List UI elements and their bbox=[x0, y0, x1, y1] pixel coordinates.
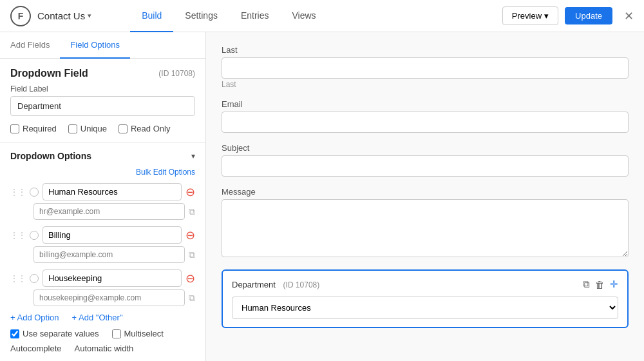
value-input-3[interactable] bbox=[33, 289, 185, 306]
dropdown-options-header: Dropdown Options ▾ bbox=[10, 151, 195, 161]
autocomplete-label: Autocomplete bbox=[10, 344, 62, 353]
last-checkboxes-row: Autocomplete Automatic width bbox=[10, 344, 195, 353]
form-last-sublabel: Last bbox=[222, 80, 629, 89]
option-input-3[interactable] bbox=[43, 269, 182, 287]
required-checkbox[interactable] bbox=[10, 124, 19, 133]
multiselect-checkbox[interactable] bbox=[112, 329, 121, 338]
nav-actions: Preview ▾ Update ✕ bbox=[502, 6, 634, 25]
form-last-group: Last Last bbox=[222, 45, 629, 89]
copy-icon-2[interactable]: ⧉ bbox=[189, 249, 195, 260]
form-message-textarea[interactable] bbox=[222, 199, 629, 257]
field-type-title: Dropdown Field bbox=[10, 68, 88, 79]
form-message-group: Message bbox=[222, 187, 629, 259]
form-email-input[interactable] bbox=[222, 112, 629, 133]
app-title-arrow: ▾ bbox=[88, 12, 91, 20]
tab-field-options[interactable]: Field Options bbox=[60, 32, 130, 59]
field-label-text: Field Label bbox=[10, 84, 195, 93]
dropdown-select[interactable]: Human Resources Billing Housekeeping bbox=[232, 297, 618, 319]
dropdown-card-actions: ⧉ 🗑 ✛ bbox=[583, 278, 618, 290]
automatic-width-label: Automatic width bbox=[75, 344, 134, 353]
required-label: Required bbox=[23, 124, 57, 133]
app-title-text: Contact Us bbox=[37, 10, 85, 21]
read-only-label: Read Only bbox=[131, 124, 170, 133]
unique-checkbox[interactable] bbox=[68, 124, 77, 133]
dropdown-card-header: Department (ID 10708) ⧉ 🗑 ✛ bbox=[232, 278, 618, 290]
option-input-row-3: ⋮⋮ ⊖ bbox=[10, 269, 195, 287]
value-input-2[interactable] bbox=[33, 246, 185, 263]
drag-handle-2[interactable]: ⋮⋮ bbox=[10, 231, 26, 240]
value-row-2: ⧉ bbox=[10, 246, 195, 263]
dropdown-card-title: Department bbox=[232, 280, 276, 289]
read-only-checkbox-label[interactable]: Read Only bbox=[118, 124, 170, 133]
radio-dot-1 bbox=[30, 188, 39, 197]
value-row-3: ⧉ bbox=[10, 289, 195, 306]
bottom-checkboxes: Use separate values Multiselect bbox=[10, 329, 195, 338]
copy-icon-3[interactable]: ⧉ bbox=[189, 293, 195, 304]
add-option-link[interactable]: + Add Option bbox=[10, 313, 59, 322]
dropdown-card-title-area: Department (ID 10708) bbox=[232, 280, 319, 289]
preview-button[interactable]: Preview ▾ bbox=[502, 6, 558, 25]
multiselect-label[interactable]: Multiselect bbox=[112, 329, 164, 338]
tab-entries[interactable]: Entries bbox=[229, 0, 281, 32]
form-email-label: Email bbox=[222, 99, 629, 109]
dropdown-card-id: (ID 10708) bbox=[283, 280, 320, 289]
value-input-1[interactable] bbox=[33, 203, 185, 220]
form-email-group: Email bbox=[222, 99, 629, 133]
add-icon[interactable]: ✛ bbox=[610, 278, 618, 290]
use-separate-values-checkbox[interactable] bbox=[10, 329, 19, 338]
sidebar-content: Dropdown Field (ID 10708) Field Label Re… bbox=[0, 59, 205, 361]
remove-option-2[interactable]: ⊖ bbox=[185, 229, 195, 241]
radio-dot-3 bbox=[30, 274, 39, 283]
delete-icon[interactable]: 🗑 bbox=[595, 279, 605, 290]
form-message-label: Message bbox=[222, 187, 629, 197]
option-input-2[interactable] bbox=[43, 226, 182, 244]
form-subject-group: Subject bbox=[222, 143, 629, 177]
field-label-input[interactable] bbox=[10, 96, 195, 116]
unique-label: Unique bbox=[80, 124, 107, 133]
option-row-3: ⋮⋮ ⊖ ⧉ bbox=[10, 269, 195, 306]
tab-build[interactable]: Build bbox=[130, 0, 173, 32]
required-checkbox-label[interactable]: Required bbox=[10, 124, 57, 133]
drag-handle-1[interactable]: ⋮⋮ bbox=[10, 188, 26, 197]
multiselect-text: Multiselect bbox=[124, 329, 164, 338]
top-nav: F Contact Us ▾ Build Settings Entries Vi… bbox=[0, 0, 644, 32]
dropdown-field-card: Department (ID 10708) ⧉ 🗑 ✛ Human Resour… bbox=[222, 269, 629, 328]
copy-icon-1[interactable]: ⧉ bbox=[189, 206, 195, 217]
unique-checkbox-label[interactable]: Unique bbox=[68, 124, 107, 133]
option-input-1[interactable] bbox=[43, 183, 182, 200]
duplicate-icon[interactable]: ⧉ bbox=[583, 278, 590, 290]
bulk-edit-link[interactable]: Bulk Edit Options bbox=[10, 168, 195, 177]
form-subject-label: Subject bbox=[222, 143, 629, 153]
tab-add-fields[interactable]: Add Fields bbox=[0, 32, 60, 59]
close-button[interactable]: ✕ bbox=[624, 9, 634, 23]
form-last-input[interactable] bbox=[222, 57, 629, 79]
radio-dot-2 bbox=[30, 231, 39, 240]
tab-settings[interactable]: Settings bbox=[173, 0, 229, 32]
option-row-2: ⋮⋮ ⊖ ⧉ bbox=[10, 226, 195, 263]
drag-handle-3[interactable]: ⋮⋮ bbox=[10, 274, 26, 283]
main-layout: Add Fields Field Options Dropdown Field … bbox=[0, 32, 644, 361]
divider-1 bbox=[0, 142, 205, 143]
use-separate-values-label[interactable]: Use separate values bbox=[10, 329, 99, 338]
remove-option-1[interactable]: ⊖ bbox=[185, 186, 195, 198]
value-row-1: ⧉ bbox=[10, 203, 195, 220]
field-id: (ID 10708) bbox=[158, 69, 195, 78]
form-subject-input[interactable] bbox=[222, 155, 629, 177]
tab-views[interactable]: Views bbox=[281, 0, 328, 32]
remove-option-3[interactable]: ⊖ bbox=[185, 273, 195, 284]
nav-tabs: Build Settings Entries Views bbox=[130, 0, 327, 32]
use-separate-values-text: Use separate values bbox=[23, 329, 99, 338]
read-only-checkbox[interactable] bbox=[118, 124, 128, 133]
app-title: Contact Us ▾ bbox=[37, 10, 91, 21]
sidebar: Add Fields Field Options Dropdown Field … bbox=[0, 32, 206, 361]
dropdown-options-title: Dropdown Options bbox=[10, 151, 91, 161]
logo-icon: F bbox=[10, 6, 31, 26]
add-other-link[interactable]: + Add "Other" bbox=[72, 313, 123, 322]
sidebar-tabs: Add Fields Field Options bbox=[0, 32, 205, 59]
field-options-row: Required Unique Read Only bbox=[10, 124, 195, 133]
update-button[interactable]: Update bbox=[565, 7, 612, 24]
form-last-label: Last bbox=[222, 45, 629, 55]
option-input-row-1: ⋮⋮ ⊖ bbox=[10, 183, 195, 200]
option-input-row-2: ⋮⋮ ⊖ bbox=[10, 226, 195, 244]
chevron-down-icon: ▾ bbox=[191, 151, 195, 161]
